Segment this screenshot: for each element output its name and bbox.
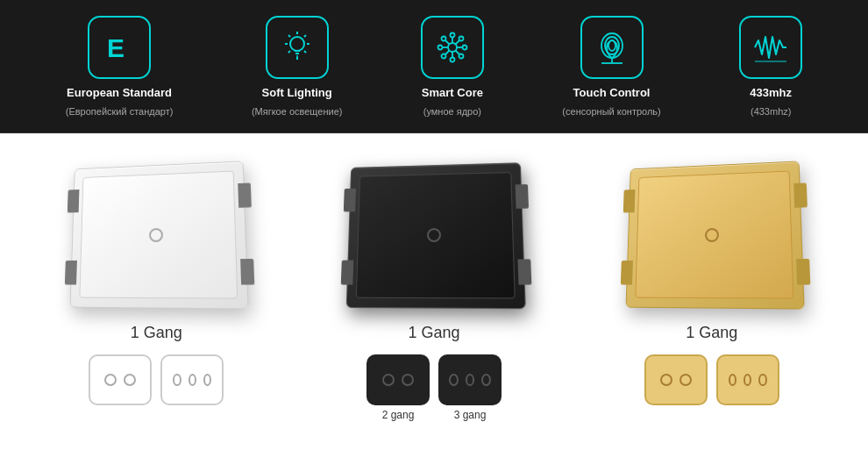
- hole-icon: [104, 374, 117, 386]
- touch-control-subtitle: (сенсорный контроль): [562, 106, 660, 117]
- hole-icon: [382, 374, 395, 386]
- black-variants: 2 gang 3 gang: [366, 354, 502, 421]
- svg-point-15: [450, 58, 454, 62]
- touch-control-icon: [580, 16, 644, 79]
- black-variants-row: 2 gang 3 gang: [366, 354, 502, 421]
- svg-line-27: [455, 40, 459, 45]
- product-gold: 1 Gang: [573, 158, 850, 405]
- black-variant-2gang: [366, 354, 430, 405]
- gold-gang-label: 1 Gang: [686, 324, 737, 342]
- hole-icon: [758, 374, 766, 386]
- feature-soft-lighting: Soft Lighting (Мягкое освещение): [252, 16, 343, 117]
- hole-icon: [124, 374, 136, 386]
- feature-bar: E European Standard (Европейский стандар…: [0, 0, 868, 133]
- black-variant-3gang: [438, 354, 502, 405]
- switch-gold-device: [625, 161, 804, 309]
- hole-icon: [679, 374, 692, 386]
- switch-black-device: [346, 162, 526, 309]
- switch-white-device: [70, 161, 249, 309]
- hole-icon: [466, 374, 475, 386]
- gold-variants-row: [644, 354, 779, 405]
- svg-line-29: [455, 51, 459, 55]
- 433mhz-title: 433mhz: [750, 86, 792, 99]
- white-gang-label: 1 Gang: [131, 324, 182, 342]
- switch-black-wrapper: [338, 158, 530, 311]
- smart-core-icon: [421, 16, 484, 79]
- feature-european-standard: E European Standard (Европейский стандар…: [66, 16, 174, 117]
- european-standard-title: European Standard: [67, 86, 172, 99]
- hole-icon: [402, 374, 414, 386]
- 433mhz-icon: [739, 16, 802, 79]
- svg-point-14: [450, 33, 454, 38]
- touch-control-title: Touch Control: [573, 86, 651, 99]
- svg-line-9: [288, 51, 290, 53]
- products-section: 1 Gang 1 Gang: [0, 133, 868, 439]
- svg-point-17: [462, 46, 466, 50]
- svg-point-20: [441, 54, 445, 59]
- hole-icon: [173, 374, 181, 386]
- product-white: 1 Gang: [18, 158, 295, 405]
- svg-line-26: [445, 40, 450, 45]
- smart-core-title: Smart Core: [422, 86, 483, 99]
- switch-white-wrapper: [60, 158, 253, 311]
- soft-lighting-subtitle: (Мягкое освещение): [252, 106, 343, 117]
- european-standard-subtitle: (Европейский стандарт): [66, 106, 174, 117]
- feature-433mhz: 433mhz (433mhz): [739, 16, 802, 117]
- svg-point-21: [459, 54, 463, 59]
- gold-variant-2gang: [644, 354, 708, 405]
- switch-gold-wrapper: [615, 158, 808, 311]
- hole-icon: [449, 374, 459, 386]
- 433mhz-subtitle: (433mhz): [751, 106, 791, 117]
- hole-icon: [743, 374, 751, 386]
- svg-point-18: [441, 37, 445, 41]
- black-3gang-label: 3 gang: [454, 409, 487, 421]
- svg-line-6: [288, 35, 290, 37]
- white-variant-2gang: [89, 354, 152, 405]
- black-2gang-label: 2 gang: [382, 409, 415, 421]
- svg-text:E: E: [107, 33, 125, 62]
- hole-icon: [189, 374, 196, 386]
- white-variants-row: [89, 354, 224, 405]
- hole-icon: [481, 374, 491, 386]
- feature-touch-control: Touch Control (сенсорный контроль): [562, 16, 660, 117]
- svg-line-8: [304, 35, 306, 37]
- european-standard-icon: E: [88, 16, 151, 79]
- svg-line-7: [304, 51, 306, 53]
- svg-point-19: [459, 37, 463, 41]
- black-gang-label: 1 Gang: [408, 324, 459, 342]
- svg-point-16: [438, 46, 442, 50]
- svg-line-28: [445, 51, 450, 55]
- soft-lighting-title: Soft Lighting: [262, 86, 332, 99]
- black-variant-3gang-col: 3 gang: [438, 354, 502, 421]
- white-variant-3gang: [160, 354, 224, 405]
- product-black: 1 Gang 2 gang 3 gang: [295, 158, 573, 421]
- gold-variant-3gang: [716, 354, 779, 405]
- hole-icon: [203, 374, 211, 386]
- svg-point-1: [290, 37, 304, 51]
- feature-smart-core: Smart Core (умное ядро): [421, 16, 484, 117]
- hole-icon: [729, 374, 736, 386]
- hole-icon: [660, 374, 672, 386]
- black-variant-2gang-col: 2 gang: [366, 354, 430, 421]
- smart-core-subtitle: (умное ядро): [423, 106, 481, 117]
- soft-lighting-icon: [266, 16, 329, 79]
